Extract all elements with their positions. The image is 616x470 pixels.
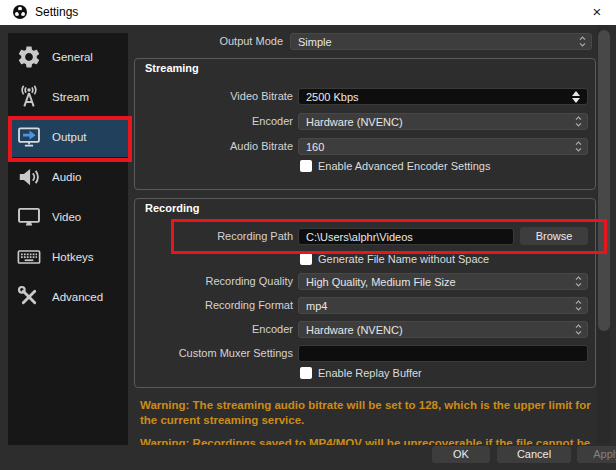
monitor-arrow-icon [16,124,42,150]
sidebar-item-label: Hotkeys [52,251,94,263]
recording-format-label: Recording Format [136,297,293,314]
monitor-icon [16,204,42,230]
sidebar-item-stream[interactable]: Stream [8,77,128,117]
obs-logo-icon [12,4,28,20]
sidebar-item-label: Stream [52,91,89,103]
recording-encoder-label: Encoder [136,321,293,338]
sidebar-item-advanced[interactable]: Advanced [8,277,128,317]
chevron-updown-icon [574,275,583,288]
sidebar-item-hotkeys[interactable]: Hotkeys [8,237,128,277]
sidebar-item-label: Output [52,131,87,143]
sidebar: General Stream [8,33,128,445]
sidebar-item-label: General [52,51,93,63]
recording-format-select[interactable]: mp4 [298,297,588,314]
streaming-group-title: Streaming [145,62,199,74]
chevron-updown-icon [578,35,587,48]
warning-text-streaming: Warning: The streaming audio bitrate wil… [140,398,592,428]
cancel-button[interactable]: Cancel [497,446,571,463]
sidebar-item-label: Advanced [52,291,103,303]
sidebar-item-label: Video [52,211,81,223]
generate-filename-checkbox-label: Generate File Name without Space [318,252,489,267]
output-mode-select[interactable]: Simple [290,33,592,50]
recording-path-value: C:\Users\alphr\Videos [306,231,506,243]
audio-bitrate-value: 160 [306,141,574,153]
ok-button[interactable]: OK [432,446,490,463]
recording-path-input[interactable]: C:\Users\alphr\Videos [298,228,514,245]
window-title: Settings [35,5,78,19]
recording-quality-select[interactable]: High Quality, Medium File Size [298,273,588,290]
warning-text-recording: Warning: Recordings saved to MP4/MOV wil… [140,436,610,445]
chevron-updown-icon [574,140,583,153]
video-bitrate-spinner[interactable]: 2500 Kbps [298,88,588,105]
replay-buffer-checkbox-label: Enable Replay Buffer [318,366,422,381]
keyboard-icon [16,244,42,270]
sidebar-item-label: Audio [52,171,81,183]
replay-buffer-checkbox[interactable] [300,367,312,379]
chevron-updown-icon [574,299,583,312]
video-bitrate-value: 2500 Kbps [306,91,568,103]
recording-encoder-value: Hardware (NVENC) [306,324,574,336]
audio-bitrate-select[interactable]: 160 [298,138,588,155]
browse-button[interactable]: Browse [520,227,588,245]
titlebar: Settings × [0,0,616,25]
settings-window: Settings × General [0,0,616,470]
output-mode-value: Simple [298,36,578,48]
scrollbar-thumb[interactable] [598,30,610,331]
sidebar-item-output[interactable]: Output [8,117,128,157]
broadcast-icon [16,84,42,110]
gear-icon [16,44,42,70]
sidebar-item-audio[interactable]: Audio [8,157,128,197]
recording-group-title: Recording [145,202,199,214]
recording-path-label: Recording Path [136,228,293,245]
speaker-icon [16,164,42,190]
stream-encoder-select[interactable]: Hardware (NVENC) [298,113,588,130]
advanced-encoder-checkbox-label: Enable Advanced Encoder Settings [318,159,490,174]
custom-muxer-input[interactable] [298,345,588,362]
advanced-encoder-checkbox[interactable] [300,160,312,172]
recording-quality-label: Recording Quality [136,273,293,290]
stream-encoder-value: Hardware (NVENC) [306,116,574,128]
stream-encoder-label: Encoder [136,113,293,130]
generate-filename-checkbox[interactable] [300,253,312,265]
recording-format-value: mp4 [306,300,574,312]
custom-muxer-label: Custom Muxer Settings [136,345,293,362]
chevron-updown-icon [574,115,583,128]
spinner-down-icon[interactable] [572,98,580,103]
close-icon: × [593,3,602,20]
sidebar-item-general[interactable]: General [8,37,128,77]
sidebar-item-video[interactable]: Video [8,197,128,237]
tools-icon [16,284,42,310]
close-button[interactable]: × [582,0,612,25]
chevron-updown-icon [574,323,583,336]
output-mode-label: Output Mode [136,33,283,50]
recording-encoder-select[interactable]: Hardware (NVENC) [298,321,588,338]
video-bitrate-label: Video Bitrate [136,88,293,105]
spinner-up-icon[interactable] [572,91,580,96]
recording-quality-value: High Quality, Medium File Size [306,276,574,288]
spinner-arrows [572,91,580,103]
audio-bitrate-label: Audio Bitrate [136,138,293,155]
apply-button[interactable]: Apply [577,446,616,463]
